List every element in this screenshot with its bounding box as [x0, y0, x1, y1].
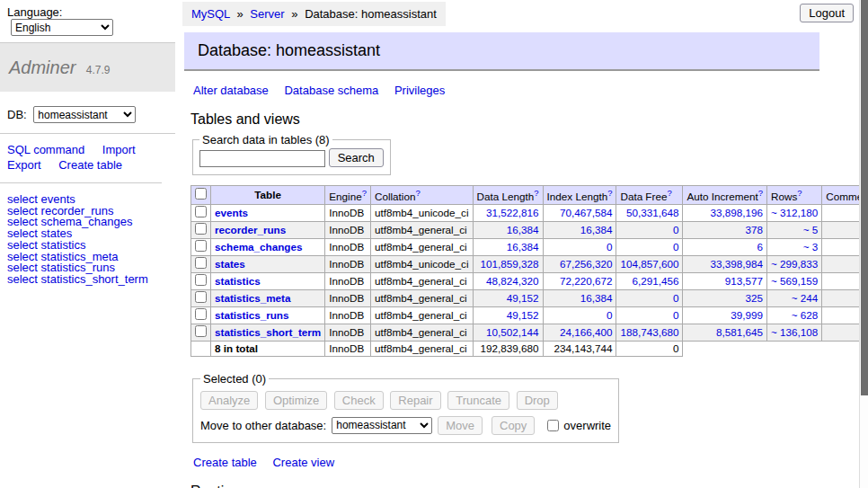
row-checkbox[interactable] — [195, 274, 207, 286]
col-header-engine: Engine? — [325, 186, 371, 205]
table-name-link[interactable]: statistics_meta — [215, 292, 290, 304]
auto-increment-help-link[interactable]: ? — [758, 188, 763, 198]
overwrite-checkbox[interactable] — [547, 420, 559, 431]
row-checkbox[interactable] — [195, 308, 207, 320]
auto-increment-cell[interactable]: 378 — [683, 221, 767, 238]
import-link[interactable]: Import — [102, 143, 136, 156]
select-all-checkbox[interactable] — [195, 188, 207, 200]
auto-increment-cell[interactable]: 913,577 — [683, 272, 767, 289]
move-button[interactable]: Move — [438, 416, 483, 435]
export-link[interactable]: Export — [7, 158, 41, 172]
table-name-link[interactable]: schema_changes — [215, 241, 302, 253]
optimize-button[interactable]: Optimize — [265, 391, 327, 410]
data-length-cell[interactable]: 49,152 — [473, 306, 543, 324]
row-checkbox[interactable] — [195, 206, 207, 217]
create-table-link[interactable]: Create table — [58, 158, 122, 172]
rows-count-cell[interactable]: ~ 136,108 — [767, 324, 822, 341]
table-name-link[interactable]: statistics — [215, 275, 261, 287]
engine-cell: InnoDB — [325, 221, 371, 238]
scrollbar[interactable] — [859, 0, 868, 488]
data-length-cell[interactable]: 48,824,320 — [473, 272, 543, 289]
auto-increment-cell[interactable]: 33,398,984 — [683, 255, 767, 272]
database-schema-link[interactable]: Database schema — [284, 84, 378, 97]
breadcrumb-server-link[interactable]: Server — [250, 7, 284, 21]
drop-button[interactable]: Drop — [517, 391, 558, 410]
analyze-button[interactable]: Analyze — [200, 391, 258, 410]
data-length-cell[interactable]: 31,522,816 — [473, 204, 543, 221]
data-length-cell[interactable]: 49,152 — [473, 289, 543, 306]
index-length-cell[interactable]: 67,256,320 — [543, 255, 616, 272]
auto-increment-cell[interactable]: 8,581,645 — [683, 324, 767, 341]
db-select[interactable]: homeassistant — [33, 106, 136, 123]
total-engine-cell: InnoDB — [325, 341, 371, 356]
total-data-free-cell: 0 — [616, 341, 683, 356]
data-free-cell[interactable]: 6,291,456 — [616, 272, 683, 289]
row-checkbox[interactable] — [195, 291, 207, 303]
data-length-cell[interactable]: 10,502,144 — [473, 324, 543, 341]
data-free-cell[interactable]: 104,857,600 — [616, 255, 683, 272]
index-length-cell[interactable]: 72,220,672 — [543, 272, 616, 289]
data-length-help-link[interactable]: ? — [534, 188, 538, 198]
rows-count-cell[interactable]: ~ 569,159 — [767, 272, 822, 289]
row-checkbox[interactable] — [195, 257, 207, 269]
index-length-cell[interactable]: 0 — [543, 238, 616, 255]
index-length-help-link[interactable]: ? — [607, 188, 612, 198]
auto-increment-cell[interactable]: 39,999 — [683, 306, 767, 324]
index-length-cell[interactable]: 70,467,584 — [543, 204, 616, 221]
data-free-cell[interactable]: 0 — [616, 289, 683, 306]
data-length-cell[interactable]: 16,384 — [473, 238, 543, 255]
scrollbar-thumb[interactable] — [861, 0, 868, 395]
index-length-cell[interactable]: 0 — [543, 306, 616, 324]
data-free-cell[interactable]: 0 — [616, 221, 683, 238]
rows-count-cell[interactable]: ~ 5 — [767, 221, 822, 238]
table-name-link[interactable]: statistics_short_term — [215, 326, 321, 338]
check-button[interactable]: Check — [334, 391, 384, 410]
search-button[interactable]: Search — [329, 148, 384, 167]
data-free-cell[interactable]: 0 — [616, 238, 683, 255]
table-name-link[interactable]: statistics_runs — [215, 309, 289, 321]
copy-button[interactable]: Copy — [492, 416, 535, 435]
rows-count-cell[interactable]: ~ 312,180 — [767, 204, 822, 221]
index-length-cell[interactable]: 16,384 — [543, 289, 616, 306]
table-name-link[interactable]: states — [215, 258, 245, 270]
alter-database-link[interactable]: Alter database — [193, 84, 269, 97]
move-database-select[interactable]: homeassistant — [332, 417, 432, 434]
row-checkbox[interactable] — [195, 240, 207, 252]
auto-increment-cell[interactable]: 325 — [683, 289, 767, 306]
truncate-button[interactable]: Truncate — [447, 391, 509, 410]
rows-help-link[interactable]: ? — [797, 188, 802, 198]
repair-button[interactable]: Repair — [390, 391, 440, 410]
privileges-link[interactable]: Privileges — [394, 84, 445, 97]
create-view-link[interactable]: Create view — [272, 456, 334, 469]
data-length-cell[interactable]: 16,384 — [473, 221, 543, 238]
table-name-link[interactable]: recorder_runs — [215, 224, 286, 235]
app-version[interactable]: 4.7.9 — [86, 64, 111, 76]
auto-increment-cell[interactable]: 6 — [683, 238, 767, 255]
breadcrumb-mysql-link[interactable]: MySQL — [191, 7, 230, 21]
language-select[interactable]: English — [11, 19, 113, 36]
sql-command-link[interactable]: SQL command — [7, 143, 84, 156]
data-free-cell[interactable]: 188,743,680 — [616, 324, 683, 341]
row-checkbox[interactable] — [195, 325, 207, 337]
index-length-cell[interactable]: 16,384 — [543, 221, 616, 238]
create-table-link-main[interactable]: Create table — [193, 456, 257, 469]
sidebar-item-select-statistics-short-term[interactable]: select statistics_short_term — [7, 274, 168, 286]
rows-count-cell[interactable]: ~ 3 — [767, 238, 822, 255]
auto-increment-cell[interactable]: 33,898,196 — [683, 204, 767, 221]
selected-fieldset: Selected (0) Analyze Optimize Check Repa… — [192, 372, 619, 443]
data-free-help-link[interactable]: ? — [667, 188, 671, 198]
data-length-cell[interactable]: 101,859,328 — [473, 255, 543, 272]
data-free-cell[interactable]: 0 — [616, 306, 683, 324]
table-name-link[interactable]: events — [215, 207, 248, 218]
index-length-cell[interactable]: 24,166,400 — [543, 324, 616, 341]
data-free-cell[interactable]: 50,331,648 — [616, 204, 683, 221]
row-checkbox[interactable] — [195, 223, 207, 235]
search-input[interactable] — [199, 150, 325, 167]
rows-count-cell[interactable]: ~ 628 — [767, 306, 822, 324]
engine-help-link[interactable]: ? — [362, 188, 367, 198]
collation-help-link[interactable]: ? — [415, 188, 420, 198]
rows-count-cell[interactable]: ~ 244 — [767, 289, 822, 306]
table-name-cell: statistics_meta — [211, 289, 325, 306]
engine-cell: InnoDB — [325, 306, 371, 324]
rows-count-cell[interactable]: ~ 299,833 — [767, 255, 822, 272]
